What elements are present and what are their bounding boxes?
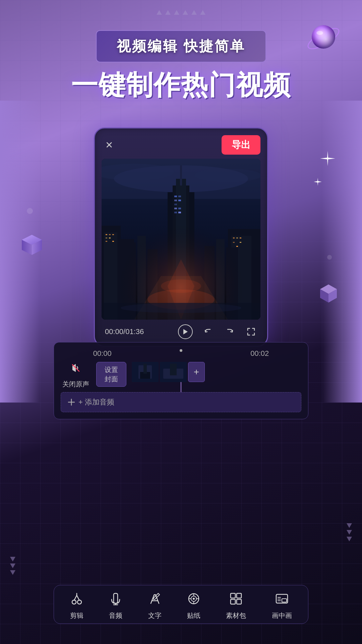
cover-chip[interactable]: 设置封面: [96, 362, 126, 387]
deco-star-small: [314, 178, 322, 188]
fullscreen-button[interactable]: [245, 326, 257, 338]
audio-icon: [109, 592, 122, 608]
deco-star-large: [320, 151, 335, 169]
deco-cube-left: [17, 231, 47, 262]
tri-3: [174, 10, 179, 15]
svg-line-73: [74, 595, 77, 600]
play-button[interactable]: [178, 324, 193, 339]
svg-rect-86: [231, 593, 235, 598]
time-display: 00:00/01:36: [105, 327, 144, 336]
add-clip-button[interactable]: +: [188, 362, 205, 382]
pip-label: 画中画: [272, 611, 292, 620]
svg-line-74: [77, 595, 79, 600]
sticker-label: 贴纸: [187, 611, 200, 620]
deco-triangles-bottom-left: [10, 557, 15, 577]
phone-topbar: ✕ 导出: [102, 135, 260, 155]
text-icon: [148, 592, 162, 608]
city-scene: [102, 159, 260, 320]
tri-down-5: [347, 530, 352, 535]
mute-icon: [70, 362, 82, 377]
pip-icon: [275, 592, 289, 608]
video-preview: [102, 159, 260, 320]
redo-button[interactable]: [224, 326, 236, 338]
tri-6: [200, 10, 205, 15]
svg-point-2: [312, 25, 335, 49]
video-track: +: [132, 362, 205, 382]
tri-4: [183, 10, 188, 15]
phone-mockup: ✕ 导出: [94, 127, 268, 347]
cut-icon: [70, 592, 83, 608]
track-thumb-1: [132, 362, 159, 382]
svg-rect-91: [282, 599, 287, 602]
svg-marker-60: [183, 329, 188, 334]
mute-label: 关闭原声: [62, 380, 89, 389]
material-label: 素材包: [226, 611, 246, 620]
toolbar-sticker[interactable]: 贴纸: [187, 592, 200, 620]
toolbar-pip[interactable]: 画中画: [272, 592, 292, 620]
material-icon: [229, 592, 243, 608]
tri-down-2: [10, 564, 15, 568]
tri-1: [157, 10, 162, 15]
tri-down-3: [10, 570, 15, 575]
cover-label: 设置封面: [105, 366, 118, 383]
svg-rect-87: [237, 593, 241, 598]
tri-down-6: [347, 537, 352, 541]
mute-button-area[interactable]: 关闭原声: [61, 362, 91, 389]
tri-2: [165, 10, 171, 15]
toolbar-material[interactable]: 素材包: [226, 592, 246, 620]
toolbar-text[interactable]: 文字: [148, 592, 162, 620]
svg-rect-68: [170, 364, 177, 375]
headline-section: 一键制作热门视频: [0, 70, 362, 100]
header-badge-text: 视频编辑 快捷简单: [117, 38, 245, 54]
timeline-panel: 00:00 00:02 关闭原声: [54, 342, 308, 419]
timeline-timestamps: 00:00 00:02: [61, 349, 301, 358]
export-button[interactable]: 导出: [222, 135, 260, 155]
tri-down-4: [347, 523, 352, 528]
svg-rect-57: [102, 159, 260, 320]
add-audio-label: + 添加音频: [78, 397, 114, 407]
undo-button[interactable]: [202, 326, 214, 338]
svg-point-3: [316, 31, 323, 35]
deco-sphere: [305, 20, 342, 57]
cut-label: 剪辑: [70, 611, 83, 620]
bottom-toolbar: 剪辑 音频 文字: [54, 585, 308, 624]
toolbar-audio[interactable]: 音频: [109, 592, 122, 620]
add-audio-button[interactable]: + 添加音频: [61, 392, 301, 412]
control-icons: [178, 324, 257, 339]
tri-5: [191, 10, 197, 15]
headline-text: 一键制作热门视频: [0, 70, 362, 100]
deco-triangles-bottom-right: [347, 523, 352, 543]
text-label: 文字: [148, 611, 162, 620]
header-badge: 视频编辑 快捷简单: [96, 30, 266, 62]
timestamp-start: 00:00: [93, 349, 112, 358]
timestamp-end: 00:02: [250, 349, 269, 358]
toolbar-cut[interactable]: 剪辑: [70, 592, 83, 620]
svg-point-81: [193, 598, 195, 600]
tri-down-1: [10, 557, 15, 561]
svg-rect-89: [237, 599, 241, 604]
audio-label: 音频: [109, 611, 122, 620]
timeline-dot: [180, 349, 182, 352]
deco-triangles-top: [157, 10, 205, 15]
close-button[interactable]: ✕: [102, 138, 116, 152]
sticker-icon: [187, 592, 200, 608]
track-thumb-2: [160, 362, 187, 382]
phone-controls: 00:00/01:36: [102, 324, 260, 339]
svg-rect-65: [143, 364, 147, 374]
svg-point-59: [121, 303, 241, 313]
svg-rect-88: [231, 599, 235, 604]
deco-cube-right: [315, 282, 342, 309]
main-content: 视频编辑 快捷简单 一键制作热门视频: [0, 0, 362, 644]
